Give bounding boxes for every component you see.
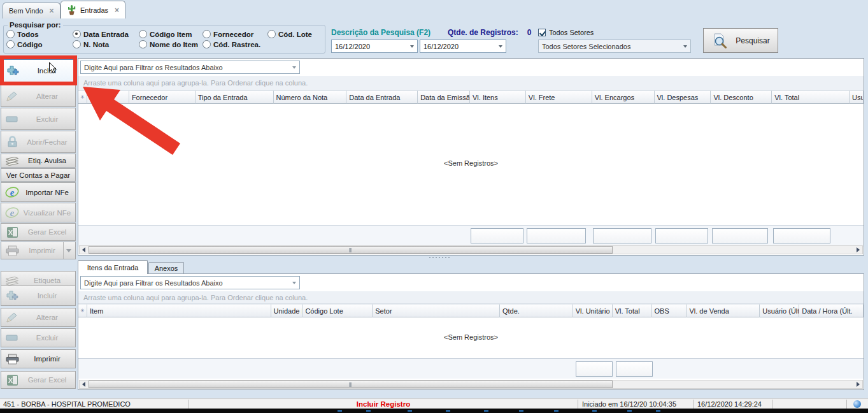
sidebar-button-imprimir-item[interactable]: Imprimir — [1, 349, 76, 368]
summary-box — [593, 228, 651, 243]
chat-bubble-icon[interactable] — [853, 400, 861, 408]
tab-bem-vindo[interactable]: Bem Vindo × — [3, 3, 60, 18]
radio-data-entrada[interactable]: Data Entrada — [73, 30, 129, 38]
sidebar-button-excluir: Excluir — [1, 108, 76, 130]
column-header[interactable]: Tipo da Entrada — [196, 91, 274, 104]
sidebar-button-abrir-fechar: Abrir/Fechar — [1, 131, 76, 153]
radio-codigo[interactable]: Código — [6, 40, 43, 48]
chevron-down-icon[interactable] — [683, 45, 687, 48]
column-header[interactable]: Vl. Frete — [526, 91, 592, 104]
radio-nome-do-item[interactable]: Nome do Item — [139, 40, 198, 48]
column-header[interactable]: Vl. Total — [613, 304, 652, 317]
column-header[interactable]: Código — [87, 91, 129, 104]
chevron-down-icon[interactable] — [292, 66, 296, 69]
items-group-by-bar[interactable]: Arraste uma coluna aqui para agrupa-la. … — [78, 291, 864, 304]
chevron-down-icon[interactable] — [499, 45, 502, 48]
column-header[interactable]: Usuário (Últ — [760, 304, 799, 317]
radio-cod-lote[interactable]: Cód. Lote — [267, 30, 312, 38]
button-label: Etiqueta — [21, 277, 73, 284]
date-to-value: 16/12/2020 — [423, 43, 459, 50]
items-grid-header: ✳ Item Unidade Er Código Lote Setor Qtde… — [78, 304, 864, 317]
column-header[interactable]: Vl. Unitário — [573, 304, 613, 317]
column-header[interactable]: Número da Nota — [274, 91, 347, 104]
scroll-right-arrow[interactable] — [854, 380, 862, 388]
sectors-combo[interactable]: Todos Setores Selecionados — [538, 40, 691, 53]
radio-cod-rastrea[interactable]: Cód. Rastrea. — [203, 40, 260, 48]
sidebar-button-incluir[interactable]: Incluir — [1, 59, 76, 83]
summary-box — [655, 228, 708, 243]
column-header[interactable]: Vl. de Venda — [687, 304, 760, 317]
status-started: Iniciado em 16/12/20 10:04:35 — [579, 400, 694, 409]
all-sectors-label: Todos Setores — [549, 29, 594, 36]
column-header[interactable]: Data da Emissão c — [418, 91, 470, 104]
radio-codigo-item[interactable]: Código Item — [139, 30, 192, 38]
scrollbar-thumb[interactable] — [89, 380, 613, 388]
printer-icon — [3, 245, 21, 256]
summary-box — [576, 361, 613, 377]
scroll-left-arrow[interactable] — [80, 246, 88, 254]
sidebar-button-alterar: Alterar — [1, 85, 76, 107]
column-header[interactable]: Vl. Itens — [470, 91, 526, 104]
summary-box — [616, 361, 653, 377]
date-from-combo[interactable]: 16/12/2020 — [331, 40, 418, 53]
scrollbar-thumb[interactable] — [89, 246, 613, 254]
close-icon[interactable]: × — [115, 6, 119, 14]
excel-icon: X — [3, 226, 21, 238]
status-bar: 451 - BORBA - HOSPITAL PROMEDICO Incluir… — [0, 398, 868, 409]
row-indicator-icon: ✳ — [78, 304, 87, 317]
items-filter-combo[interactable]: Digite Aqui para Filtrar os Resultados A… — [80, 276, 300, 289]
column-header[interactable]: Usuári — [850, 91, 864, 104]
date-to-combo[interactable]: 16/12/2020 — [420, 40, 506, 53]
records-label: Qtde. de Registros: — [448, 28, 518, 37]
grid-filter-combo[interactable]: Digite Aqui para Filtrar os Resultados A… — [80, 61, 300, 74]
radio-fornecedor[interactable]: Fornecedor — [203, 30, 253, 38]
button-label: Importar NFe — [21, 189, 73, 196]
column-header[interactable]: OBS — [652, 304, 687, 317]
tab-label: Anexos — [155, 264, 178, 272]
sidebar-button-etiq-avulsa[interactable]: Etiq. Avulsa — [1, 154, 76, 168]
button-label: Alterar — [21, 314, 73, 321]
group-by-bar[interactable]: Arraste uma coluna aqui para agrupa-la. … — [78, 76, 864, 91]
tab-itens-da-entrada[interactable]: Itens da Entrada — [78, 260, 148, 274]
radio-todos[interactable]: Todos — [6, 30, 39, 38]
empty-records-text: <Sem Registros> — [78, 333, 864, 341]
all-sectors-checkbox[interactable]: Todos Setores — [538, 29, 594, 36]
chevron-down-icon[interactable] — [292, 282, 296, 284]
row-indicator-icon: ✳ — [78, 91, 87, 104]
sidebar-button-importar-nfe[interactable]: e Importar NFe — [1, 182, 76, 202]
column-header[interactable]: Qtde. — [500, 304, 573, 317]
horizontal-scrollbar[interactable] — [79, 245, 863, 254]
search-description-label: Descrição da Pesquisa (F2) — [331, 28, 430, 37]
pencil-icon — [3, 90, 21, 103]
items-horizontal-scrollbar[interactable] — [79, 380, 863, 389]
date-from-value: 16/12/2020 — [335, 43, 370, 50]
search-button[interactable]: Pesquisar — [703, 28, 778, 53]
close-icon[interactable]: × — [50, 7, 54, 15]
scroll-right-arrow[interactable] — [854, 246, 862, 254]
radio-n-nota[interactable]: N. Nota — [73, 40, 109, 48]
column-header[interactable]: Vl. Despesas — [655, 91, 711, 104]
labels-icon — [3, 276, 21, 286]
column-header[interactable]: Código Lote — [302, 304, 373, 317]
pane-splitter[interactable] — [78, 256, 864, 260]
button-label: Etiq. Avulsa — [21, 157, 73, 164]
column-header[interactable]: Item — [87, 304, 271, 317]
chevron-down-icon[interactable] — [410, 45, 414, 48]
tab-entradas[interactable]: Entradas × — [60, 1, 125, 18]
column-header[interactable]: Vl. Desconto — [711, 91, 772, 104]
items-summary-strip — [78, 358, 864, 379]
column-header[interactable]: Vl. Total — [772, 91, 850, 104]
column-header[interactable]: Data / Hora (Últ. — [799, 304, 864, 317]
column-header[interactable]: Data da Entrada — [346, 91, 418, 104]
column-header[interactable]: Setor — [373, 304, 500, 317]
radio-circle — [6, 40, 15, 48]
sidebar-button-ver-contas-a-pagar[interactable]: Ver Contas a Pagar — [1, 168, 76, 182]
tab-anexos[interactable]: Anexos — [148, 262, 184, 274]
radio-circle — [73, 30, 81, 38]
pencil-icon — [3, 311, 21, 324]
column-header[interactable]: Vl. Encargos — [592, 91, 655, 104]
sidebar-button-imprimir: Imprimir — [1, 242, 76, 259]
scroll-left-arrow[interactable] — [80, 380, 88, 388]
column-header[interactable]: Unidade Er — [271, 304, 303, 317]
column-header[interactable]: Fornecedor — [129, 91, 196, 104]
